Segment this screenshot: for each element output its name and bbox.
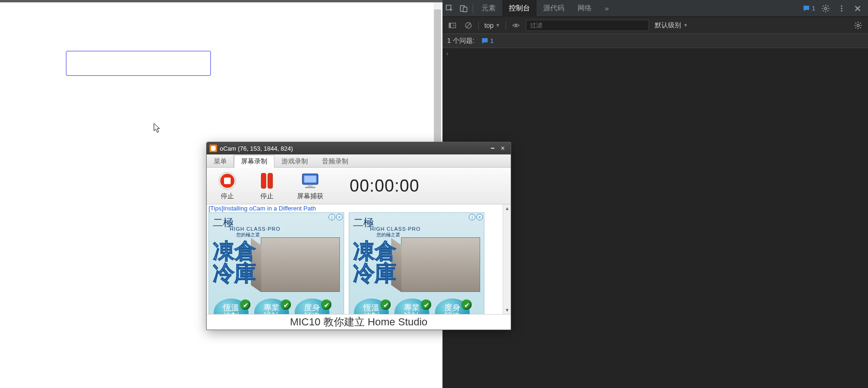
devtools-settings-icon[interactable]	[820, 0, 831, 17]
svg-line-11	[823, 10, 824, 11]
log-level-selector[interactable]: 默认级别 ▼	[655, 21, 688, 30]
svg-line-28	[860, 23, 861, 24]
svg-point-13	[841, 8, 843, 9]
ad-headline: 凍倉冷庫	[353, 240, 396, 284]
monitor-icon	[301, 171, 320, 190]
ocam-tab-menu[interactable]: 菜单	[207, 155, 234, 168]
ad-info-icon[interactable]: i	[469, 214, 475, 220]
ocam-tabstrip: 菜单 屏幕录制 游戏录制 音频录制	[207, 154, 511, 168]
svg-point-20	[515, 24, 517, 26]
svg-line-9	[828, 10, 828, 11]
ocam-tab-game-record[interactable]: 游戏录制	[274, 155, 315, 168]
svg-rect-16	[449, 23, 451, 28]
issuebar-label: 1 个问题:	[447, 37, 474, 45]
ocam-tips-link[interactable]: [Tips]Installing oCam in a Different Pat…	[207, 204, 503, 212]
ad-close-icon[interactable]: ×	[476, 214, 483, 220]
console-toolbar: top ▼ 默认级别 ▼	[442, 17, 868, 34]
tab-elements[interactable]: 元素	[475, 0, 502, 17]
ad-banner[interactable]: i × 二極 HIGH CLASS·PRO 您的極之選 凍倉冷庫 ✔恆溫控制 ✔…	[209, 212, 344, 314]
ad-product-image	[401, 237, 480, 292]
ad-chip: ✔度身訂造	[435, 299, 470, 314]
svg-line-26	[855, 23, 856, 24]
svg-line-29	[855, 27, 856, 28]
svg-line-27	[860, 27, 861, 28]
pause-icon	[257, 171, 276, 190]
console-settings-icon[interactable]	[852, 22, 864, 29]
scroll-up-arrow-icon[interactable]: ▲	[503, 204, 511, 212]
svg-point-12	[841, 5, 843, 7]
clear-console-icon[interactable]	[462, 19, 474, 32]
ocam-vertical-scrollbar[interactable]: ▲ ▼	[503, 204, 511, 314]
svg-marker-17	[453, 24, 455, 26]
issues-badge-count: 1	[812, 5, 815, 12]
ad-brand-en: HIGH CLASS·PRO	[230, 226, 281, 232]
ad-chip: ✔度身訂造	[295, 299, 330, 314]
svg-point-14	[841, 10, 843, 11]
mouse-cursor-icon	[153, 123, 161, 134]
window-minimize-icon[interactable]: ━	[487, 144, 498, 153]
svg-line-10	[828, 6, 828, 7]
issues-badge[interactable]: 1	[803, 5, 815, 12]
pause-button[interactable]: 停止	[257, 171, 276, 201]
empty-input-box[interactable]	[66, 51, 211, 76]
svg-rect-32	[224, 178, 231, 184]
console-filter-input[interactable]	[526, 20, 649, 31]
window-close-icon[interactable]: ✕	[498, 144, 508, 153]
chevron-down-icon: ▼	[495, 23, 500, 28]
tab-sources[interactable]: 源代码	[537, 0, 571, 17]
stop-icon	[218, 171, 237, 190]
ad-close-icon[interactable]: ×	[336, 214, 343, 220]
issuebar-badge[interactable]: 1	[481, 37, 494, 45]
svg-rect-33	[261, 173, 266, 188]
ocam-app-icon	[209, 145, 217, 152]
ad-brand-en: HIGH CLASS·PRO	[370, 226, 421, 232]
svg-rect-36	[304, 176, 316, 183]
screen-capture-button[interactable]: 屏幕捕获	[297, 171, 323, 201]
svg-rect-37	[308, 185, 313, 187]
ad-banner[interactable]: i × 二極 HIGH CLASS·PRO 您的極之選 凍倉冷庫 ✔恆溫控制 ✔…	[349, 212, 484, 314]
inspect-element-icon[interactable]	[442, 0, 457, 17]
svg-rect-38	[305, 186, 315, 188]
tabs-overflow-button[interactable]: »	[598, 0, 615, 17]
stop-button[interactable]: 停止	[218, 171, 237, 201]
device-toolbar-icon[interactable]	[457, 0, 471, 17]
ad-chip: ✔專業設計	[394, 299, 429, 314]
ocam-tab-screen-record[interactable]: 屏幕录制	[234, 155, 274, 168]
ad-headline: 凍倉冷庫	[213, 240, 256, 284]
devtools-close-icon[interactable]	[852, 0, 863, 17]
devtools-more-menu-icon[interactable]	[836, 0, 847, 17]
ocam-titlebar[interactable]: oCam (76, 153, 1844, 824) ━ ✕	[207, 142, 511, 154]
svg-point-3	[825, 7, 827, 9]
tab-console[interactable]: 控制台	[502, 0, 537, 17]
live-expression-eye-icon[interactable]	[510, 19, 522, 32]
svg-line-8	[823, 6, 824, 7]
ad-feature-chips: ✔恆溫控制 ✔專業設計 ✔度身訂造	[214, 299, 330, 314]
execution-context-selector[interactable]: top ▼	[482, 22, 502, 29]
ad-product-image	[261, 237, 340, 292]
ad-chip: ✔恆溫控制	[214, 299, 249, 314]
ad-info-icon[interactable]: i	[329, 214, 335, 220]
ocam-content: [Tips]Installing oCam in a Different Pat…	[207, 204, 503, 314]
scroll-down-arrow-icon[interactable]: ▼	[503, 306, 511, 314]
ad-brand-sub: 您的極之選	[377, 232, 400, 238]
chevron-down-icon: ▼	[683, 23, 688, 28]
svg-line-19	[466, 24, 470, 27]
tab-network[interactable]: 网络	[571, 0, 598, 17]
ad-brand-sub: 您的極之選	[236, 232, 260, 238]
ocam-ads-row: i × 二極 HIGH CLASS·PRO 您的極之選 凍倉冷庫 ✔恆溫控制 ✔…	[207, 212, 503, 314]
devtools-tabstrip: 元素 控制台 源代码 网络 »	[475, 0, 615, 17]
svg-rect-2	[463, 7, 467, 12]
ad-chip: ✔專業設計	[254, 299, 289, 314]
ad-feature-chips: ✔恆溫控制 ✔專業設計 ✔度身訂造	[354, 299, 470, 314]
ocam-tab-audio-record[interactable]: 音频录制	[315, 155, 355, 168]
console-sidebar-toggle-icon[interactable]	[446, 19, 458, 32]
ocam-toolbar: 停止 停止 屏幕捕获 00:00:00	[207, 168, 511, 204]
ocam-title: oCam (76, 153, 1844, 824)	[220, 145, 487, 152]
recording-timer: 00:00:00	[350, 176, 419, 196]
ad-chip: ✔恆溫控制	[354, 299, 389, 314]
svg-rect-34	[268, 173, 273, 188]
console-output[interactable]: ›	[442, 48, 868, 59]
ocam-window: oCam (76, 153, 1844, 824) ━ ✕ 菜单 屏幕录制 游戏…	[206, 142, 511, 330]
console-issue-bar[interactable]: 1 个问题: 1	[442, 34, 868, 48]
ocam-footer-text: MIC10 教你建立 Home Studio	[207, 314, 511, 330]
